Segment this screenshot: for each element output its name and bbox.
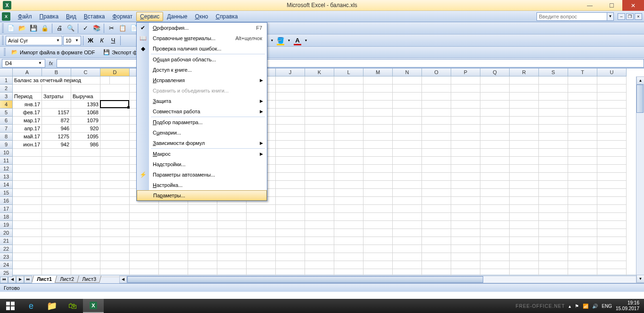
- cell-L9[interactable]: [334, 141, 363, 149]
- cell-A14[interactable]: [13, 181, 42, 189]
- cell-C18[interactable]: [71, 213, 100, 221]
- cell-Q8[interactable]: [480, 133, 510, 141]
- cell-M18[interactable]: [363, 213, 393, 221]
- menu-данные[interactable]: Данные: [163, 12, 191, 21]
- row-header-7[interactable]: 7: [0, 125, 13, 133]
- cell-T10[interactable]: [568, 149, 597, 157]
- cell-A16[interactable]: [13, 197, 42, 205]
- cell-R7[interactable]: [510, 125, 539, 133]
- cell-U23[interactable]: [597, 253, 627, 261]
- cell-M19[interactable]: [363, 221, 393, 229]
- cell-C15[interactable]: [71, 189, 100, 197]
- cell-D17[interactable]: [100, 205, 130, 213]
- cell-O4[interactable]: [422, 101, 451, 109]
- cell-U9[interactable]: [597, 141, 627, 149]
- cell-M2[interactable]: [363, 85, 393, 93]
- cell-N24[interactable]: [393, 261, 422, 269]
- cell-U21[interactable]: [597, 237, 627, 245]
- cell-O15[interactable]: [422, 189, 451, 197]
- tray-language[interactable]: ENG: [602, 304, 612, 309]
- cell-F17[interactable]: [159, 205, 188, 213]
- minimize-button[interactable]: —: [579, 0, 601, 11]
- borders-dropdown[interactable]: ▼: [270, 39, 274, 42]
- cell-M14[interactable]: [363, 181, 393, 189]
- cell-C21[interactable]: [71, 237, 100, 245]
- column-header-N[interactable]: N: [393, 68, 422, 76]
- column-header-R[interactable]: R: [510, 68, 539, 76]
- cell-T16[interactable]: [568, 197, 597, 205]
- cell-E23[interactable]: [130, 253, 159, 261]
- row-header-16[interactable]: 16: [0, 197, 13, 205]
- cell-B23[interactable]: [42, 253, 71, 261]
- cell-O14[interactable]: [422, 181, 451, 189]
- cell-O24[interactable]: [422, 261, 451, 269]
- cell-C13[interactable]: [71, 173, 100, 181]
- cell-A12[interactable]: [13, 165, 42, 173]
- cell-T5[interactable]: [568, 109, 597, 117]
- cell-A10[interactable]: [13, 149, 42, 157]
- cell-R22[interactable]: [510, 245, 539, 253]
- row-header-9[interactable]: 9: [0, 141, 13, 149]
- cell-B18[interactable]: [42, 213, 71, 221]
- cell-A19[interactable]: [13, 221, 42, 229]
- cell-N18[interactable]: [393, 213, 422, 221]
- cell-B1[interactable]: [42, 76, 71, 85]
- cell-B9[interactable]: 942: [42, 141, 71, 149]
- cell-K11[interactable]: [305, 157, 334, 165]
- cell-U19[interactable]: [597, 221, 627, 229]
- cell-N11[interactable]: [393, 157, 422, 165]
- cell-A18[interactable]: [13, 213, 42, 221]
- cell-L21[interactable]: [334, 237, 363, 245]
- cell-D15[interactable]: [100, 189, 130, 197]
- tray-network-icon[interactable]: 📶: [583, 304, 588, 309]
- cell-P10[interactable]: [451, 149, 480, 157]
- cell-D22[interactable]: [100, 245, 130, 253]
- cell-M3[interactable]: [363, 93, 393, 101]
- cell-R23[interactable]: [510, 253, 539, 261]
- cell-G23[interactable]: [188, 253, 217, 261]
- cell-J2[interactable]: [276, 85, 305, 93]
- cell-S11[interactable]: [539, 157, 568, 165]
- cell-A13[interactable]: [13, 173, 42, 181]
- excel-taskbar-icon[interactable]: X: [83, 299, 104, 313]
- cell-J17[interactable]: [276, 205, 305, 213]
- cell-C5[interactable]: 1068: [71, 109, 100, 117]
- column-header-P[interactable]: P: [451, 68, 480, 76]
- cell-B7[interactable]: 946: [42, 125, 71, 133]
- cell-R20[interactable]: [510, 229, 539, 237]
- row-header-21[interactable]: 21: [0, 237, 13, 245]
- permissions-button[interactable]: 🔒: [40, 23, 50, 34]
- cell-J13[interactable]: [276, 173, 305, 181]
- cell-D9[interactable]: [100, 141, 130, 149]
- cell-S24[interactable]: [539, 261, 568, 269]
- cell-K24[interactable]: [305, 261, 334, 269]
- mdi-restore-button[interactable]: ❐: [626, 13, 634, 20]
- column-header-A[interactable]: A: [13, 68, 42, 76]
- toolbar-grip[interactable]: [2, 24, 4, 33]
- cell-U17[interactable]: [597, 205, 627, 213]
- cell-L2[interactable]: [334, 85, 363, 93]
- row-header-19[interactable]: 19: [0, 221, 13, 229]
- cell-A22[interactable]: [13, 245, 42, 253]
- cell-N1[interactable]: [393, 76, 422, 85]
- cell-H19[interactable]: [217, 221, 247, 229]
- cell-K4[interactable]: [305, 101, 334, 109]
- cell-R15[interactable]: [510, 189, 539, 197]
- cell-S20[interactable]: [539, 229, 568, 237]
- cell-J5[interactable]: [276, 109, 305, 117]
- cell-S9[interactable]: [539, 141, 568, 149]
- cell-L8[interactable]: [334, 133, 363, 141]
- cell-N3[interactable]: [393, 93, 422, 101]
- fill-color-button[interactable]: 🪣: [275, 35, 286, 46]
- sheet-tab-Лист2[interactable]: Лист2: [55, 276, 79, 283]
- cell-O20[interactable]: [422, 229, 451, 237]
- cell-S18[interactable]: [539, 213, 568, 221]
- cell-J7[interactable]: [276, 125, 305, 133]
- cell-K7[interactable]: [305, 125, 334, 133]
- cell-R4[interactable]: [510, 101, 539, 109]
- cell-R24[interactable]: [510, 261, 539, 269]
- cut-button[interactable]: ✂: [106, 23, 116, 34]
- cell-S4[interactable]: [539, 101, 568, 109]
- tray-flag-icon[interactable]: ⚑: [575, 304, 579, 309]
- cell-A6[interactable]: мар.17: [13, 117, 42, 125]
